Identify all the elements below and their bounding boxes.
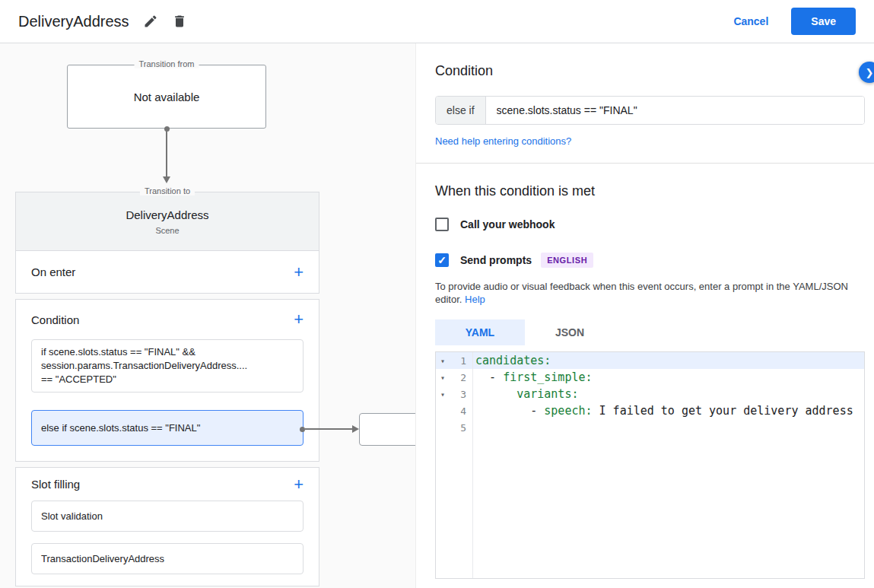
code-line[interactable]: - speech: I failed to get your delivery …	[472, 404, 853, 418]
line-number: 1	[450, 355, 472, 367]
line-number: 2	[450, 372, 472, 383]
scene-card: Transition to DeliveryAddress Scene On e…	[15, 192, 319, 586]
code-line[interactable]: - first_simple:	[472, 370, 593, 384]
on-enter-section[interactable]: On enter +	[16, 251, 319, 293]
condition-item[interactable]: if scene.slots.status == "FINAL" && sess…	[31, 339, 304, 393]
yaml-key: candidates:	[475, 354, 551, 367]
condition-text-line: else if scene.slots.status == "FINAL"	[41, 421, 294, 435]
arrow-right-icon	[352, 425, 359, 433]
connector-line	[166, 129, 167, 176]
tab-json[interactable]: JSON	[525, 319, 615, 345]
prompts-description-text: To provide audio or visual feedback when…	[435, 281, 848, 305]
collapse-panel-button[interactable]: ❯	[859, 62, 874, 83]
code-line-row[interactable]: 5	[436, 419, 864, 436]
language-badge: ENGLISH	[541, 253, 593, 268]
trash-icon	[172, 14, 187, 29]
send-prompts-row: ✓ Send prompts ENGLISH	[435, 253, 865, 268]
slot-filling-label: Slot filling	[31, 478, 80, 491]
code-line[interactable]: variants:	[472, 387, 578, 401]
pencil-icon	[143, 14, 158, 29]
on-enter-label: On enter	[31, 265, 75, 278]
send-prompts-checkbox[interactable]: ✓	[435, 253, 449, 267]
condition-expression-row: else if	[435, 96, 865, 125]
yaml-editor[interactable]: ▾ 1 candidates: ▾ 2 - first_simple: ▾	[435, 351, 865, 579]
fold-icon[interactable]: ▾	[436, 390, 450, 399]
editor-gutter: 4	[436, 402, 472, 419]
fold-icon[interactable]: ▾	[436, 373, 450, 382]
add-on-enter-button[interactable]: +	[294, 264, 304, 281]
yaml-key: speech:	[544, 404, 592, 418]
condition-section: Condition + if scene.slots.status == "FI…	[15, 299, 319, 462]
condition-text-line: if scene.slots.status == "FINAL" &&	[41, 345, 294, 359]
slot-filling-header: Slot filling +	[16, 468, 319, 501]
code-line-row[interactable]: ▾ 1 candidates:	[436, 352, 864, 369]
cancel-button[interactable]: Cancel	[733, 15, 768, 27]
condition-section-header: Condition +	[16, 300, 319, 339]
call-webhook-checkbox[interactable]	[435, 218, 449, 231]
editor-gutter: ▾ 2	[436, 369, 472, 386]
scene-header[interactable]: Transition to DeliveryAddress Scene	[16, 192, 319, 251]
delete-icon[interactable]	[172, 14, 187, 29]
yaml-indent	[475, 387, 516, 401]
yaml-key: variants:	[516, 387, 578, 401]
code-line-row[interactable]: ▾ 3 variants:	[436, 386, 864, 402]
edit-icon[interactable]	[143, 14, 158, 29]
slot-item[interactable]: Slot validation	[31, 501, 304, 532]
line-number: 3	[450, 389, 472, 400]
main-layout: Transition from Not available Transition…	[0, 43, 874, 588]
editor-tabs: YAML JSON	[435, 319, 865, 345]
slot-filling-section: Slot filling + Slot validation Transacti…	[15, 467, 319, 586]
connector-dot	[300, 427, 305, 432]
code-line-row[interactable]: 4 - speech: I failed to get your deliver…	[436, 402, 864, 419]
panel-title: Condition	[435, 63, 493, 79]
transition-from-label: Transition from	[135, 59, 199, 68]
editor-gutter: ▾ 3	[436, 386, 472, 402]
yaml-key: first_simple:	[503, 370, 592, 384]
condition-input[interactable]	[486, 97, 864, 124]
topbar-actions: Cancel Save	[733, 8, 856, 35]
tab-yaml[interactable]: YAML	[435, 319, 525, 345]
slot-item[interactable]: TransactionDeliveryAddress	[31, 543, 304, 574]
app-root: DeliveryAddress Cancel Save Transition f…	[0, 0, 874, 588]
panel-header: Condition	[435, 63, 865, 79]
line-number: 5	[450, 422, 472, 434]
fold-icon[interactable]: ▾	[436, 357, 450, 365]
chevron-right-icon: ❯	[866, 67, 874, 78]
add-slot-button[interactable]: +	[294, 476, 304, 493]
help-link[interactable]: Help	[465, 294, 485, 305]
prompts-description: To provide audio or visual feedback when…	[435, 280, 865, 306]
condition-item-selected[interactable]: else if scene.slots.status == "FINAL"	[31, 410, 304, 446]
condition-panel: ❯ Condition else if Need help entering c…	[415, 43, 874, 588]
yaml-indent: -	[475, 370, 503, 384]
conditions-help-link[interactable]: Need help entering conditions?	[435, 135, 571, 147]
scene-card-header-block: Transition to DeliveryAddress Scene On e…	[15, 192, 319, 294]
scene-subtitle: Scene	[155, 226, 179, 235]
condition-text-line: session.params.TransactionDeliveryAddres…	[41, 359, 294, 373]
arrow-down-icon	[163, 176, 170, 183]
panel-divider	[416, 163, 874, 164]
yaml-value: I failed to get your delivery address	[593, 404, 853, 418]
save-button[interactable]: Save	[791, 8, 856, 35]
connector-line	[305, 428, 352, 430]
code-line-row[interactable]: ▾ 2 - first_simple:	[436, 369, 864, 386]
transition-target-box[interactable]	[359, 413, 415, 446]
webhook-row: Call your webhook	[435, 218, 865, 231]
when-condition-met-title: When this condition is met	[435, 183, 865, 199]
call-webhook-label: Call your webhook	[460, 218, 555, 230]
transition-from-value: Not available	[134, 91, 200, 103]
check-icon: ✓	[437, 254, 447, 266]
editor-gutter: 5	[436, 419, 472, 436]
topbar: DeliveryAddress Cancel Save	[0, 0, 874, 43]
condition-text-line: == "ACCEPTED"	[41, 373, 294, 386]
yaml-indent: -	[475, 404, 544, 418]
transition-to-label: Transition to	[140, 186, 195, 195]
add-condition-button[interactable]: +	[294, 311, 304, 328]
scene-title: DeliveryAddress	[126, 208, 208, 221]
send-prompts-label: Send prompts	[460, 254, 532, 266]
page-title: DeliveryAddress	[18, 13, 129, 30]
condition-prefix-label: else if	[436, 97, 486, 124]
scene-canvas: Transition from Not available Transition…	[0, 43, 415, 588]
line-number: 4	[450, 405, 472, 417]
condition-section-label: Condition	[31, 313, 79, 326]
code-line[interactable]: candidates:	[472, 354, 551, 367]
